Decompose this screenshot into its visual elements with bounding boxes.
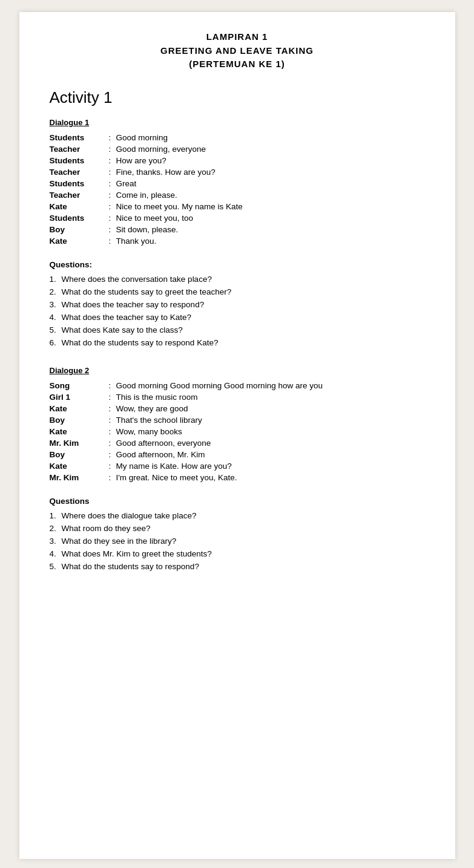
list-item: 4.What does Mr. Kim to greet the student… — [50, 547, 425, 560]
speaker-cell: Teacher — [50, 143, 104, 155]
colon-cell: : — [104, 212, 116, 224]
table-row: Kate : Wow, many books — [50, 426, 425, 437]
speaker-cell: Teacher — [50, 166, 104, 178]
colon-cell: : — [104, 178, 116, 189]
text-cell: Nice to meet you. My name is Kate — [116, 201, 425, 212]
dialogue2-label: Dialogue 2 — [50, 366, 425, 375]
colon-cell: : — [104, 132, 116, 143]
table-row: Girl 1 : This is the music room — [50, 391, 425, 403]
dialogue2-table: Song : Good morning Good morning Good mo… — [50, 380, 425, 483]
text-cell: Sit down, please. — [116, 224, 425, 235]
header-line1: LAMPIRAN 1 — [206, 31, 268, 42]
list-item: 6.What do the students say to respond Ka… — [50, 336, 425, 349]
table-row: Teacher : Good morning, everyone — [50, 143, 425, 155]
text-cell: Good morning, everyone — [116, 143, 425, 155]
speaker-cell: Kate — [50, 235, 104, 247]
colon-cell: : — [104, 235, 116, 247]
speaker-cell: Boy — [50, 414, 104, 426]
question-number: 4. — [50, 549, 56, 558]
list-item: 4.What does the teacher say to Kate? — [50, 311, 425, 324]
table-row: Students : Great — [50, 178, 425, 189]
speaker-cell: Students — [50, 212, 104, 224]
list-item: 5.What do the students say to respond? — [50, 560, 425, 573]
text-cell: My name is Kate. How are you? — [116, 460, 425, 472]
text-cell: This is the music room — [116, 391, 425, 403]
table-row: Teacher : Fine, thanks. How are you? — [50, 166, 425, 178]
question-number: 4. — [50, 313, 56, 322]
list-item: 1.Where does the conversation take place… — [50, 273, 425, 286]
colon-cell: : — [104, 391, 116, 403]
table-row: Students : Nice to meet you, too — [50, 212, 425, 224]
colon-cell: : — [104, 380, 116, 391]
speaker-cell: Kate — [50, 403, 104, 414]
colon-cell: : — [104, 166, 116, 178]
table-row: Students : How are you? — [50, 155, 425, 166]
dialogue1-label: Dialogue 1 — [50, 118, 425, 127]
table-row: Kate : Thank you. — [50, 235, 425, 247]
table-row: Mr. Kim : I'm great. Nice to meet you, K… — [50, 472, 425, 483]
speaker-cell: Students — [50, 155, 104, 166]
question-number: 5. — [50, 325, 56, 334]
colon-cell: : — [104, 155, 116, 166]
question-number: 2. — [50, 287, 56, 296]
header-line2: GREETING AND LEAVE TAKING — [160, 45, 314, 56]
colon-cell: : — [104, 426, 116, 437]
table-row: Kate : My name is Kate. How are you? — [50, 460, 425, 472]
header-line3: (PERTEMUAN KE 1) — [189, 59, 285, 69]
list-item: 2.What room do they see? — [50, 522, 425, 535]
speaker-cell: Song — [50, 380, 104, 391]
text-cell: Great — [116, 178, 425, 189]
list-item: 5.What does Kate say to the class? — [50, 324, 425, 336]
questions2-section: Questions 1.Where does the dialogue take… — [50, 497, 425, 573]
question-number: 3. — [50, 537, 56, 546]
question-number: 3. — [50, 300, 56, 309]
questions1-list: 1.Where does the conversation take place… — [50, 273, 425, 349]
questions1-section: Questions: 1.Where does the conversation… — [50, 260, 425, 349]
table-row: Boy : Sit down, please. — [50, 224, 425, 235]
text-cell: Come in, please. — [116, 189, 425, 201]
list-item: 2.What do the students say to greet the … — [50, 286, 425, 298]
speaker-cell: Mr. Kim — [50, 437, 104, 449]
speaker-cell: Kate — [50, 426, 104, 437]
colon-cell: : — [104, 143, 116, 155]
speaker-cell: Mr. Kim — [50, 472, 104, 483]
table-row: Kate : Nice to meet you. My name is Kate — [50, 201, 425, 212]
text-cell: How are you? — [116, 155, 425, 166]
colon-cell: : — [104, 472, 116, 483]
dialogue2-section: Dialogue 2 Song : Good morning Good morn… — [50, 366, 425, 483]
list-item: 3.What does the teacher say to respond? — [50, 298, 425, 311]
dialogue1-table: Students : Good morning Teacher : Good m… — [50, 132, 425, 247]
question-number: 2. — [50, 524, 56, 533]
text-cell: Fine, thanks. How are you? — [116, 166, 425, 178]
text-cell: That's the school library — [116, 414, 425, 426]
table-row: Kate : Wow, they are good — [50, 403, 425, 414]
colon-cell: : — [104, 449, 116, 460]
table-row: Boy : That's the school library — [50, 414, 425, 426]
table-row: Students : Good morning — [50, 132, 425, 143]
text-cell: Wow, they are good — [116, 403, 425, 414]
text-cell: Good afternoon, Mr. Kim — [116, 449, 425, 460]
question-number: 6. — [50, 338, 56, 347]
colon-cell: : — [104, 224, 116, 235]
colon-cell: : — [104, 414, 116, 426]
speaker-cell: Kate — [50, 201, 104, 212]
speaker-cell: Boy — [50, 449, 104, 460]
list-item: 1.Where does the dialogue take place? — [50, 509, 425, 522]
questions2-list: 1.Where does the dialogue take place?2.W… — [50, 509, 425, 573]
page: LAMPIRAN 1 GREETING AND LEAVE TAKING (PE… — [19, 12, 455, 859]
text-cell: Good morning — [116, 132, 425, 143]
text-cell: Nice to meet you, too — [116, 212, 425, 224]
table-row: Mr. Kim : Good afternoon, everyone — [50, 437, 425, 449]
list-item: 3.What do they see in the library? — [50, 535, 425, 547]
text-cell: Thank you. — [116, 235, 425, 247]
colon-cell: : — [104, 201, 116, 212]
speaker-cell: Boy — [50, 224, 104, 235]
table-row: Song : Good morning Good morning Good mo… — [50, 380, 425, 391]
text-cell: I'm great. Nice to meet you, Kate. — [116, 472, 425, 483]
activity-title: Activity 1 — [50, 88, 425, 107]
speaker-cell: Students — [50, 178, 104, 189]
table-row: Teacher : Come in, please. — [50, 189, 425, 201]
question-number: 5. — [50, 562, 56, 571]
header-title: LAMPIRAN 1 GREETING AND LEAVE TAKING (PE… — [50, 30, 425, 71]
colon-cell: : — [104, 403, 116, 414]
